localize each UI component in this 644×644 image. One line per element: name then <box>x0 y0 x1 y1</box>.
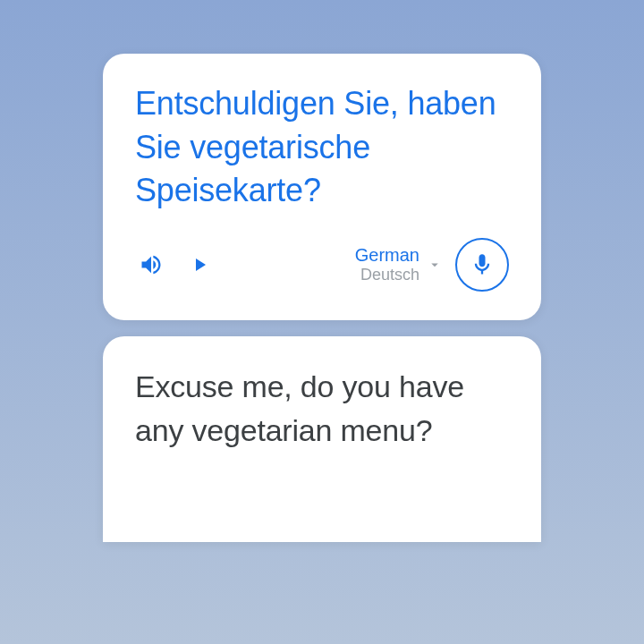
language-labels: German Deutsch <box>355 244 419 285</box>
play-icon <box>189 254 210 275</box>
left-controls <box>135 249 216 281</box>
language-secondary-label: Deutsch <box>360 266 419 285</box>
microphone-button[interactable] <box>455 238 509 292</box>
target-translation-card: Excuse me, do you have any vegetarian me… <box>103 336 541 543</box>
speaker-icon <box>139 252 164 277</box>
controls-row: German Deutsch <box>135 238 509 292</box>
chevron-down-icon <box>427 257 443 273</box>
microphone-icon <box>470 252 495 277</box>
language-primary-label: German <box>355 244 419 266</box>
source-translation-card: Entschuldigen Sie, haben Sie vegetarisch… <box>103 54 541 320</box>
language-selector[interactable]: German Deutsch <box>355 244 443 285</box>
right-controls: German Deutsch <box>355 238 509 292</box>
source-text: Entschuldigen Sie, haben Sie vegetarisch… <box>135 82 509 213</box>
play-button[interactable] <box>183 249 216 281</box>
target-text: Excuse me, do you have any vegetarian me… <box>135 365 509 453</box>
speaker-button[interactable] <box>135 249 167 281</box>
